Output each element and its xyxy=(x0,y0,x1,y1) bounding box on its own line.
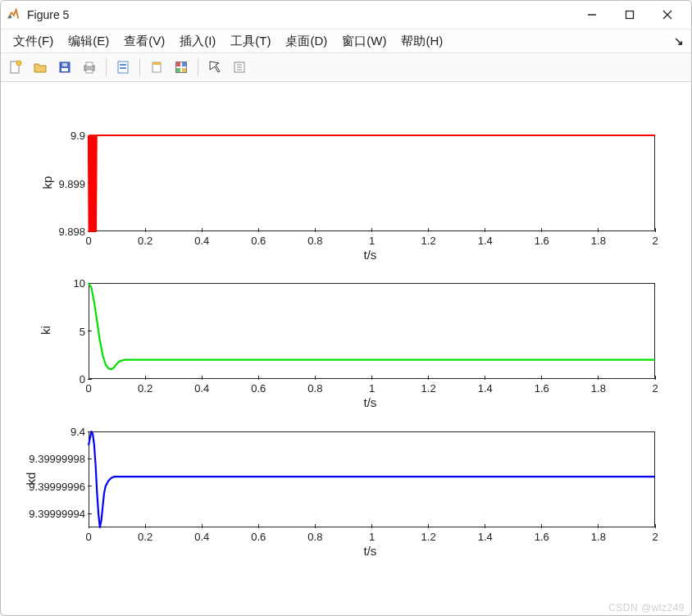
xtick-label: 1.8 xyxy=(591,231,606,247)
xtick-label: 1.6 xyxy=(535,379,549,395)
xtick-label: 0 xyxy=(85,379,91,395)
svg-rect-11 xyxy=(86,62,93,66)
xtick-label: 1.4 xyxy=(478,527,493,543)
xtick-label: 0.2 xyxy=(138,231,153,247)
svg-rect-2 xyxy=(626,11,634,19)
print-button[interactable] xyxy=(78,56,101,79)
edit-plot-button[interactable] xyxy=(203,56,226,79)
insert-colorbar-button[interactable] xyxy=(170,56,193,79)
xtick-label: 1.4 xyxy=(478,231,493,247)
menu-item-4[interactable]: 工具(T) xyxy=(223,30,278,52)
svg-rect-12 xyxy=(86,70,93,73)
xtick-label: 0.4 xyxy=(194,379,209,395)
xtick-label: 0.6 xyxy=(251,379,266,395)
xtick-label: 1.6 xyxy=(535,231,549,247)
ytick-label: 9.9 xyxy=(71,130,89,142)
xtick-label: 0.2 xyxy=(138,379,153,395)
xtick-label: 1.8 xyxy=(591,379,606,395)
toolbar-separator xyxy=(139,58,140,76)
xtick-label: 2 xyxy=(652,379,658,395)
ytick-label: 9.39999994 xyxy=(29,508,89,520)
axes-kp[interactable]: 9.8989.8999.900.20.40.60.811.21.41.61.82… xyxy=(89,135,655,231)
menu-overflow-icon[interactable]: ↘ xyxy=(672,34,686,48)
plot-line-kp xyxy=(89,135,655,231)
ylabel: ki xyxy=(39,326,52,335)
svg-rect-8 xyxy=(61,68,68,71)
xtick-label: 0.8 xyxy=(307,379,322,395)
xtick-label: 1.4 xyxy=(478,379,493,395)
ytick-label: 9.39999998 xyxy=(29,453,89,465)
svg-rect-20 xyxy=(176,68,180,72)
data-cursor-button[interactable] xyxy=(228,56,251,79)
xtick-label: 0.6 xyxy=(251,231,266,247)
svg-point-0 xyxy=(9,16,12,19)
window-title: Figure 5 xyxy=(27,8,573,21)
plot-line-ki xyxy=(89,283,655,379)
svg-rect-14 xyxy=(120,64,126,66)
menu-item-0[interactable]: 文件(F) xyxy=(6,30,61,52)
window-controls xyxy=(573,1,686,29)
menu-item-3[interactable]: 插入(I) xyxy=(172,30,223,52)
minimize-button[interactable] xyxy=(573,1,611,29)
xtick-label: 0.8 xyxy=(307,527,322,543)
xtick-label: 2 xyxy=(652,231,658,247)
xtick-label: 1 xyxy=(369,379,375,395)
xtick-label: 1.6 xyxy=(535,527,549,543)
ytick-label: 10 xyxy=(74,277,89,290)
menu-item-1[interactable]: 编辑(E) xyxy=(61,30,116,52)
new-figure-button[interactable] xyxy=(4,56,27,79)
save-button[interactable] xyxy=(53,56,76,79)
svg-rect-18 xyxy=(176,62,180,66)
xtick-label: 1 xyxy=(369,231,375,247)
xtick-label: 1.8 xyxy=(591,527,606,543)
axes-kd[interactable]: 9.399999949.399999969.399999989.400.20.4… xyxy=(89,431,655,527)
figure-canvas[interactable]: 9.8989.8999.900.20.40.60.811.21.41.61.82… xyxy=(4,83,688,612)
xtick-label: 1.2 xyxy=(421,527,436,543)
xtick-label: 1.2 xyxy=(421,379,436,395)
svg-point-6 xyxy=(16,61,21,66)
xtick-label: 0.2 xyxy=(138,527,153,543)
open-button[interactable] xyxy=(29,56,52,79)
ytick-label: 9.899 xyxy=(58,177,89,189)
print-preview-button[interactable] xyxy=(112,56,134,79)
xlabel: t/s xyxy=(364,544,377,558)
xtick-label: 2 xyxy=(652,527,658,543)
toolbar-separator xyxy=(198,58,198,76)
xtick-label: 0.4 xyxy=(194,527,209,543)
svg-rect-9 xyxy=(62,63,67,66)
menubar: 文件(F)编辑(E)查看(V)插入(I)工具(T)桌面(D)窗口(W)帮助(H)… xyxy=(1,30,691,53)
titlebar: Figure 5 xyxy=(1,1,691,30)
svg-rect-15 xyxy=(120,67,126,69)
xtick-label: 1 xyxy=(369,527,375,543)
svg-rect-17 xyxy=(153,62,161,65)
ylabel: kd xyxy=(24,472,38,485)
xlabel: t/s xyxy=(364,395,377,409)
ytick-label: 9.4 xyxy=(71,426,89,438)
maximize-button[interactable] xyxy=(611,1,649,29)
link-axes-button[interactable] xyxy=(145,56,168,79)
svg-rect-21 xyxy=(182,68,186,72)
xtick-label: 0.4 xyxy=(194,231,209,247)
menu-item-6[interactable]: 窗口(W) xyxy=(335,30,394,52)
axes-ki[interactable]: 051000.20.40.60.811.21.41.61.82kit/s xyxy=(89,283,655,379)
xtick-label: 0 xyxy=(85,231,91,247)
xtick-label: 1.2 xyxy=(421,231,436,247)
plot-line-kd xyxy=(89,431,655,527)
xtick-label: 0.6 xyxy=(251,527,266,543)
menu-item-2[interactable]: 查看(V) xyxy=(116,30,172,52)
toolbar-separator xyxy=(106,58,107,76)
watermark-text: CSDN @wlz249 xyxy=(608,602,685,614)
figure-window: Figure 5 文件(F)编辑(E)查看(V)插入(I)工具(T)桌面(D)窗… xyxy=(0,0,692,616)
menu-item-7[interactable]: 帮助(H) xyxy=(394,30,450,52)
close-button[interactable] xyxy=(649,1,686,29)
xlabel: t/s xyxy=(364,248,377,262)
ytick-label: 9.898 xyxy=(58,226,89,238)
ylabel: kp xyxy=(40,176,54,189)
xtick-label: 0 xyxy=(85,527,91,543)
svg-rect-19 xyxy=(182,62,186,66)
toolbar xyxy=(1,53,691,82)
menu-item-5[interactable]: 桌面(D) xyxy=(278,30,335,52)
matlab-icon xyxy=(6,7,20,22)
xtick-label: 0.8 xyxy=(307,231,322,247)
